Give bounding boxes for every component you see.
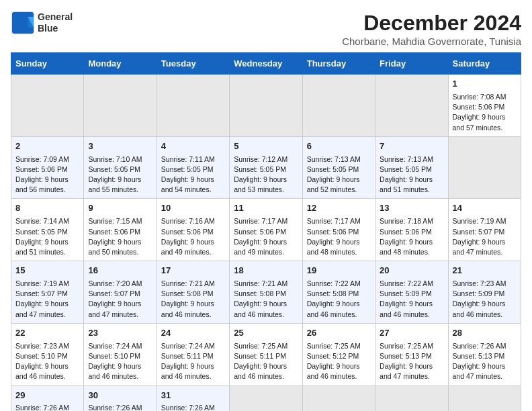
day-info: Sunrise: 7:22 AM xyxy=(380,279,443,289)
calendar-cell: 6Sunrise: 7:13 AMSunset: 5:05 PMDaylight… xyxy=(302,136,375,199)
logo-text: General Blue xyxy=(38,11,73,34)
day-info: Sunrise: 7:10 AM xyxy=(88,154,152,165)
calendar-cell: 28Sunrise: 7:26 AMSunset: 5:13 PMDayligh… xyxy=(448,323,521,385)
day-info: and 46 minutes. xyxy=(15,371,79,381)
day-info: Sunrise: 7:22 AM xyxy=(307,279,371,289)
day-number: 17 xyxy=(161,265,225,277)
subtitle: Chorbane, Mahdia Governorate, Tunisia xyxy=(342,36,521,47)
week-row: 8Sunrise: 7:14 AMSunset: 5:05 PMDaylight… xyxy=(11,199,521,261)
calendar-cell: 19Sunrise: 7:22 AMSunset: 5:08 PMDayligh… xyxy=(302,261,375,324)
day-info: and 46 minutes. xyxy=(161,371,225,381)
day-info: and 46 minutes. xyxy=(161,310,225,320)
week-row: 29Sunrise: 7:26 AMSunset: 5:14 PMDayligh… xyxy=(11,385,521,411)
day-info: Daylight: 9 hours xyxy=(453,299,517,309)
day-info: Daylight: 9 hours xyxy=(453,361,517,371)
day-number: 23 xyxy=(88,327,152,340)
day-info: Sunset: 5:06 PM xyxy=(307,227,371,237)
day-info: Sunset: 5:11 PM xyxy=(234,351,298,361)
day-info: Sunset: 5:08 PM xyxy=(161,289,225,299)
calendar-cell xyxy=(230,75,302,137)
header-cell-friday: Friday xyxy=(375,53,448,75)
day-info: Sunset: 5:09 PM xyxy=(380,289,443,299)
calendar-cell: 1Sunrise: 7:08 AMSunset: 5:06 PMDaylight… xyxy=(448,75,521,137)
calendar-cell xyxy=(157,75,229,137)
day-info: Sunrise: 7:21 AM xyxy=(161,279,225,289)
day-number: 22 xyxy=(15,327,79,340)
day-number: 13 xyxy=(380,202,443,215)
day-info: and 52 minutes. xyxy=(307,185,371,195)
calendar-cell: 25Sunrise: 7:25 AMSunset: 5:11 PMDayligh… xyxy=(230,323,302,385)
day-info: Sunset: 5:06 PM xyxy=(453,102,517,112)
day-number: 21 xyxy=(453,265,517,277)
day-info: Daylight: 9 hours xyxy=(15,299,79,309)
header-row: SundayMondayTuesdayWednesdayThursdayFrid… xyxy=(11,53,521,75)
calendar-cell: 18Sunrise: 7:21 AMSunset: 5:08 PMDayligh… xyxy=(230,261,302,324)
calendar-cell: 9Sunrise: 7:15 AMSunset: 5:06 PMDaylight… xyxy=(84,199,157,261)
day-number: 5 xyxy=(234,140,298,153)
day-info: Sunrise: 7:23 AM xyxy=(453,279,517,289)
calendar-cell: 12Sunrise: 7:17 AMSunset: 5:06 PMDayligh… xyxy=(302,199,375,261)
day-number: 6 xyxy=(307,140,371,153)
day-info: Daylight: 9 hours xyxy=(88,361,152,371)
day-info: Daylight: 9 hours xyxy=(307,175,371,185)
calendar-cell: 14Sunrise: 7:19 AMSunset: 5:07 PMDayligh… xyxy=(448,199,521,261)
day-info: Sunrise: 7:23 AM xyxy=(15,341,79,351)
day-info: and 49 minutes. xyxy=(161,247,225,257)
page-header: General Blue December 2024 Chorbane, Mah… xyxy=(11,11,521,47)
day-info: Sunrise: 7:26 AM xyxy=(88,403,152,411)
day-info: Sunset: 5:06 PM xyxy=(161,227,225,237)
day-info: Sunrise: 7:21 AM xyxy=(234,279,298,289)
logo-icon xyxy=(11,11,35,35)
day-info: and 47 minutes. xyxy=(453,247,517,257)
header-cell-wednesday: Wednesday xyxy=(230,53,302,75)
calendar-cell: 29Sunrise: 7:26 AMSunset: 5:14 PMDayligh… xyxy=(11,385,84,411)
day-info: Sunrise: 7:25 AM xyxy=(380,341,443,351)
day-info: Sunrise: 7:09 AM xyxy=(15,154,79,165)
day-info: Sunrise: 7:26 AM xyxy=(161,403,225,411)
day-info: Sunset: 5:06 PM xyxy=(234,227,298,237)
day-info: Daylight: 9 hours xyxy=(453,112,517,122)
calendar-cell: 21Sunrise: 7:23 AMSunset: 5:09 PMDayligh… xyxy=(448,261,521,324)
week-row: 1Sunrise: 7:08 AMSunset: 5:06 PMDaylight… xyxy=(11,75,521,137)
day-info: Daylight: 9 hours xyxy=(15,361,79,371)
day-info: Daylight: 9 hours xyxy=(88,299,152,309)
day-info: Daylight: 9 hours xyxy=(161,175,225,185)
calendar-table: SundayMondayTuesdayWednesdayThursdayFrid… xyxy=(11,52,521,411)
day-info: Sunrise: 7:26 AM xyxy=(453,341,517,351)
calendar-cell: 7Sunrise: 7:13 AMSunset: 5:05 PMDaylight… xyxy=(375,136,448,199)
day-info: Sunset: 5:10 PM xyxy=(88,351,152,361)
day-number: 27 xyxy=(380,327,443,340)
calendar-header: SundayMondayTuesdayWednesdayThursdayFrid… xyxy=(11,53,521,75)
day-info: Sunset: 5:06 PM xyxy=(15,165,79,175)
day-info: Sunset: 5:07 PM xyxy=(88,289,152,299)
day-info: and 54 minutes. xyxy=(161,185,225,195)
day-info: and 46 minutes. xyxy=(307,371,371,381)
calendar-cell xyxy=(302,75,375,137)
day-info: Sunrise: 7:25 AM xyxy=(307,341,371,351)
day-info: Sunset: 5:05 PM xyxy=(380,165,443,175)
day-number: 14 xyxy=(453,202,517,215)
day-info: Daylight: 9 hours xyxy=(307,237,371,247)
day-number: 9 xyxy=(88,202,152,215)
day-info: Sunset: 5:11 PM xyxy=(161,351,225,361)
header-cell-saturday: Saturday xyxy=(448,53,521,75)
day-info: Sunrise: 7:16 AM xyxy=(161,216,225,226)
calendar-cell xyxy=(375,75,448,137)
calendar-cell xyxy=(375,385,448,411)
day-info: and 47 minutes. xyxy=(453,371,517,381)
day-info: Sunset: 5:05 PM xyxy=(161,165,225,175)
calendar-cell: 27Sunrise: 7:25 AMSunset: 5:13 PMDayligh… xyxy=(375,323,448,385)
calendar-cell: 4Sunrise: 7:11 AMSunset: 5:05 PMDaylight… xyxy=(157,136,229,199)
day-info: Daylight: 9 hours xyxy=(161,237,225,247)
day-number: 31 xyxy=(161,390,225,402)
day-info: Sunset: 5:05 PM xyxy=(307,165,371,175)
calendar-cell: 20Sunrise: 7:22 AMSunset: 5:09 PMDayligh… xyxy=(375,261,448,324)
day-info: Daylight: 9 hours xyxy=(234,175,298,185)
day-info: Sunrise: 7:26 AM xyxy=(15,403,79,411)
day-info: and 51 minutes. xyxy=(15,247,79,257)
calendar-cell: 23Sunrise: 7:24 AMSunset: 5:10 PMDayligh… xyxy=(84,323,157,385)
day-info: and 49 minutes. xyxy=(234,247,298,257)
day-number: 28 xyxy=(453,327,517,340)
day-info: and 53 minutes. xyxy=(234,185,298,195)
day-info: and 46 minutes. xyxy=(453,310,517,320)
